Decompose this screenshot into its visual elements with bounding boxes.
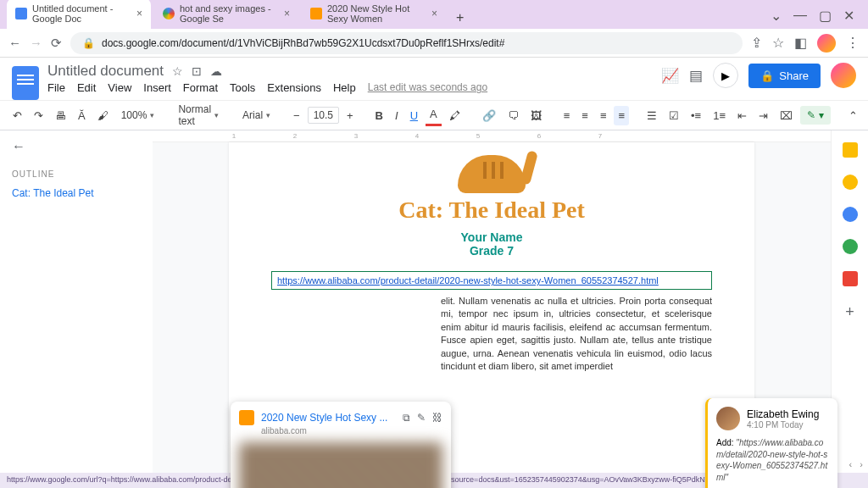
paint-format-icon[interactable]: 🖌 [93, 106, 113, 125]
body-text[interactable]: elit. Nullam venenatis ac nulla et ultri… [271, 295, 712, 373]
print-icon[interactable]: 🖶 [51, 106, 70, 125]
keep-icon[interactable] [843, 175, 858, 190]
increase-size-icon[interactable]: + [342, 106, 358, 125]
spellcheck-icon[interactable]: Ă [74, 106, 90, 125]
decrease-indent-icon[interactable]: ⇤ [733, 106, 751, 125]
hyperlink[interactable]: https://www.alibaba.com/product-detail/2… [277, 275, 659, 286]
copy-icon[interactable]: ⧉ [403, 412, 410, 424]
selected-link-paragraph[interactable]: https://www.alibaba.com/product-detail/2… [271, 271, 712, 290]
collapse-icon[interactable]: ⌃ [844, 106, 862, 125]
outline-item[interactable]: Cat: The Ideal Pet [12, 187, 141, 199]
link-card-title[interactable]: 2020 New Style Hot Sexy ... [261, 412, 396, 424]
text-color-icon[interactable]: A [426, 104, 442, 126]
style-select[interactable]: Normal text [173, 101, 224, 130]
cat-image [445, 142, 538, 193]
close-icon[interactable]: × [284, 8, 290, 19]
numbered-list-icon[interactable]: 1≡ [709, 106, 730, 125]
link-icon[interactable]: 🔗 [478, 106, 500, 125]
doc-grade[interactable]: Grade 7 [271, 244, 712, 258]
comment-icon[interactable]: 🗨 [504, 106, 523, 125]
google-favicon [163, 8, 175, 19]
checklist-icon[interactable]: ☑ [665, 106, 683, 125]
browser-tab[interactable]: hot and sexy images - Google Se × [154, 0, 298, 29]
redo-icon[interactable]: ↷ [30, 106, 47, 125]
forward-icon: → [30, 36, 42, 50]
back-arrow-icon[interactable]: ← [12, 139, 141, 154]
chevron-down-icon[interactable]: ⌄ [771, 8, 782, 24]
align-justify-icon[interactable]: ≡ [614, 106, 629, 125]
comment-card[interactable]: Elizabeth Ewing 4:10 PM Today Add: "http… [705, 398, 837, 488]
line-spacing-icon[interactable]: ☰ [643, 106, 661, 125]
comments-icon[interactable]: ▤ [689, 67, 703, 85]
comment-time: 4:10 PM Today [747, 420, 819, 430]
close-icon[interactable]: × [136, 8, 142, 19]
edit-icon[interactable]: ✎ [417, 412, 426, 424]
star-icon[interactable]: ☆ [772, 35, 784, 51]
font-size[interactable]: 10.5 [308, 107, 339, 124]
underline-icon[interactable]: U [406, 106, 422, 125]
doc-subtitle[interactable]: Your Name [271, 230, 712, 244]
bulleted-list-icon[interactable]: •≡ [687, 106, 705, 125]
font-select[interactable]: Arial [237, 107, 275, 124]
new-tab-button[interactable]: + [449, 7, 470, 29]
reload-icon[interactable]: ⟳ [51, 36, 62, 51]
outline-panel: ← OUTLINE Cat: The Ideal Pet [0, 130, 153, 488]
contacts-icon[interactable] [843, 239, 858, 254]
document-title[interactable]: Untitled document [47, 63, 164, 80]
menu-help[interactable]: Help [333, 81, 356, 94]
back-icon[interactable]: ← [8, 36, 21, 50]
close-icon[interactable]: × [431, 8, 437, 19]
move-icon[interactable]: ⊡ [192, 64, 202, 78]
zoom-select[interactable]: 100% [116, 107, 160, 124]
scroll-arrows[interactable]: ‹ › [849, 459, 864, 469]
bold-icon[interactable]: B [371, 106, 387, 125]
unlink-icon[interactable]: ⛓ [432, 412, 442, 424]
menu-format[interactable]: Format [183, 81, 218, 94]
calendar-icon[interactable] [843, 142, 858, 158]
menu-insert[interactable]: Insert [143, 81, 171, 94]
profile-avatar[interactable] [817, 34, 836, 53]
browser-tab[interactable]: 2020 New Style Hot Sexy Women × [302, 0, 446, 29]
docs-logo[interactable] [12, 66, 39, 100]
share-icon[interactable]: ⇪ [751, 35, 762, 51]
menu-view[interactable]: View [108, 81, 131, 94]
share-label: Share [779, 69, 809, 82]
share-button[interactable]: 🔒 Share [748, 64, 821, 88]
lock-icon: 🔒 [82, 37, 95, 49]
italic-icon[interactable]: I [391, 106, 403, 125]
decrease-size-icon[interactable]: − [289, 106, 304, 125]
editing-mode[interactable]: ✎▾ [800, 106, 831, 125]
menu-extensions[interactable]: Extensions [267, 81, 321, 94]
last-edit[interactable]: Last edit was seconds ago [368, 81, 487, 94]
clear-format-icon[interactable]: ⌧ [776, 106, 797, 125]
maximize-icon[interactable]: ▢ [819, 8, 832, 24]
url-input[interactable]: 🔒 docs.google.com/document/d/1VhViCBijRh… [70, 32, 743, 54]
extension-icon[interactable]: ◧ [794, 35, 807, 51]
image-icon[interactable]: 🖼 [526, 106, 546, 125]
account-avatar[interactable] [831, 63, 856, 88]
minimize-icon[interactable]: — [793, 8, 807, 24]
alibaba-favicon [310, 8, 322, 19]
menu-file[interactable]: File [47, 81, 65, 94]
close-icon[interactable]: ✕ [843, 8, 854, 24]
undo-icon[interactable]: ↶ [8, 106, 26, 125]
increase-indent-icon[interactable]: ⇥ [754, 106, 772, 125]
ruler[interactable]: 1234567 [153, 130, 831, 142]
menu-icon[interactable]: ⋮ [846, 35, 860, 51]
add-icon[interactable]: + [845, 303, 854, 321]
align-center-icon[interactable]: ≡ [577, 106, 593, 125]
maps-icon[interactable] [843, 271, 858, 286]
star-icon[interactable]: ☆ [172, 64, 183, 78]
tasks-icon[interactable] [843, 207, 858, 222]
menu-edit[interactable]: Edit [77, 81, 96, 94]
highlight-icon[interactable]: 🖍 [445, 106, 465, 125]
cloud-icon[interactable]: ☁ [210, 64, 222, 78]
tab-title: 2020 New Style Hot Sexy Women [327, 3, 426, 24]
align-left-icon[interactable]: ≡ [559, 106, 575, 125]
history-icon[interactable]: 📈 [661, 67, 679, 85]
align-right-icon[interactable]: ≡ [596, 106, 611, 125]
doc-heading[interactable]: Cat: The Ideal Pet [271, 197, 712, 224]
browser-tab-active[interactable]: Untitled document - Google Doc × [7, 0, 151, 29]
meet-button[interactable]: ▶ [713, 63, 738, 88]
menu-tools[interactable]: Tools [230, 81, 255, 94]
